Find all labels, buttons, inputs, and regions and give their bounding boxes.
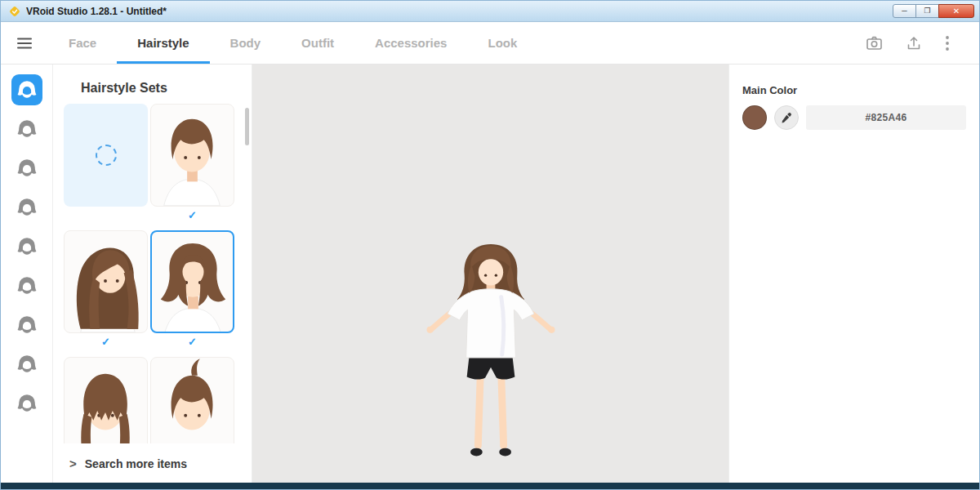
rail-item-hairstyle-sets[interactable] [11, 74, 42, 105]
hairstyle-item-short-shaggy-wrap: ✓ [64, 357, 148, 443]
panel-scrollbar[interactable] [245, 105, 249, 445]
main-color-label: Main Color [742, 84, 966, 96]
applied-check-icon: ✓ [188, 209, 197, 225]
side-hair-icon [16, 158, 38, 179]
vroid-studio-window: VRoid Studio 1.28.1 - Untitled* ─ ❐ ✕ Fa… [0, 0, 980, 490]
hairstyle-sets-icon [16, 79, 38, 100]
back-hair-icon [16, 197, 38, 218]
tied-hair-icon [16, 354, 38, 375]
camera-icon [866, 35, 883, 51]
search-more-items-button[interactable]: > Search more items [53, 444, 251, 483]
main-tabs: Face Hairstyle Body Outfit Accessories L… [48, 22, 537, 64]
rail-item-bangs[interactable] [11, 114, 42, 145]
hairstyle-item-long-straight-wrap: ✓ [64, 230, 148, 352]
braids-icon [16, 314, 38, 336]
more-options-button[interactable] [945, 35, 950, 51]
hair-category-rail [1, 65, 53, 483]
rail-item-braids[interactable] [11, 310, 42, 341]
tab-hairstyle[interactable]: Hairstyle [117, 22, 209, 64]
main-color-swatch[interactable] [742, 105, 767, 130]
rail-item-base-hair[interactable] [11, 388, 42, 419]
window-title: VRoid Studio 1.28.1 - Untitled* [26, 6, 167, 17]
panel-title: Hairstyle Sets [53, 65, 252, 104]
hairstyle-item-none[interactable] [64, 104, 148, 207]
titlebar: VRoid Studio 1.28.1 - Untitled* ─ ❐ ✕ [1, 1, 979, 22]
menu-button[interactable] [1, 22, 48, 64]
eyedropper-button[interactable] [774, 105, 799, 130]
hairstyle-item-short-tuft-wrap: ✓ [150, 357, 234, 443]
hairstyle-item-short[interactable] [150, 104, 234, 207]
rail-item-tied-hair[interactable] [11, 349, 42, 380]
ahoge-icon [16, 275, 38, 296]
extensions-icon [16, 236, 38, 257]
hairstyle-item-long-straight[interactable] [64, 230, 148, 333]
hex-color-field[interactable]: #825A46 [806, 105, 966, 130]
bottom-bar [1, 483, 979, 489]
tab-face[interactable]: Face [48, 22, 117, 64]
close-button[interactable]: ✕ [938, 4, 974, 18]
hairstyle-item-medium-wavy[interactable] [150, 230, 234, 333]
none-placeholder-icon [96, 145, 117, 166]
hairstyle-item-medium-wavy-wrap: ✓ [150, 230, 234, 352]
hairstyle-medium-wavy-preview [152, 232, 234, 333]
3d-viewport[interactable] [252, 65, 728, 483]
toolbar-right [866, 22, 979, 64]
export-icon [906, 35, 922, 51]
tab-accessories[interactable]: Accessories [354, 22, 467, 64]
applied-check-icon: ✓ [188, 336, 197, 352]
character-model [394, 239, 586, 479]
eyedropper-icon [781, 112, 792, 123]
minimize-button[interactable]: ─ [893, 4, 916, 18]
tab-body[interactable]: Body [210, 22, 282, 64]
tab-outfit[interactable]: Outfit [281, 22, 354, 64]
hairstyle-item-short-wrap: ✓ [150, 104, 234, 225]
hairstyle-short-tuft-preview [151, 358, 234, 443]
content-area: Hairstyle Sets ✓ [1, 65, 979, 483]
hairstyle-grid: ✓ ✓ [53, 104, 252, 443]
hamburger-icon [16, 37, 33, 50]
tab-look[interactable]: Look [467, 22, 537, 64]
vroid-logo-icon [9, 6, 20, 17]
hairstyle-long-straight-preview [65, 231, 147, 332]
chevron-right-icon: > [69, 457, 77, 470]
hairstyle-item-short-shaggy[interactable] [64, 357, 148, 443]
maximize-button[interactable]: ❐ [915, 4, 939, 18]
main-toolbar: Face Hairstyle Body Outfit Accessories L… [1, 22, 979, 65]
kebab-menu-icon [945, 35, 950, 51]
hairstyle-short-preview [151, 105, 234, 206]
color-panel: Main Color #825A46 [728, 65, 979, 483]
search-more-label: Search more items [85, 457, 187, 470]
base-hair-icon [16, 393, 38, 414]
rail-item-extensions[interactable] [11, 231, 42, 262]
rail-item-side-hair[interactable] [11, 153, 42, 184]
hairstyle-sets-panel: Hairstyle Sets ✓ [53, 65, 252, 483]
export-button[interactable] [906, 35, 922, 51]
camera-button[interactable] [866, 35, 883, 51]
applied-check-icon: ✓ [101, 336, 110, 352]
bangs-icon [16, 118, 38, 140]
main-color-row: #825A46 [742, 105, 966, 130]
hairstyle-item-short-tuft[interactable] [150, 357, 234, 443]
hairstyle-short-shaggy-preview [65, 358, 147, 443]
window-controls: ─ ❐ ✕ [893, 4, 974, 18]
rail-item-back-hair[interactable] [11, 192, 42, 223]
scrollbar-thumb[interactable] [245, 108, 249, 145]
rail-item-ahoge[interactable] [11, 270, 42, 301]
hairstyle-item-none-wrap: ✓ [64, 104, 148, 225]
